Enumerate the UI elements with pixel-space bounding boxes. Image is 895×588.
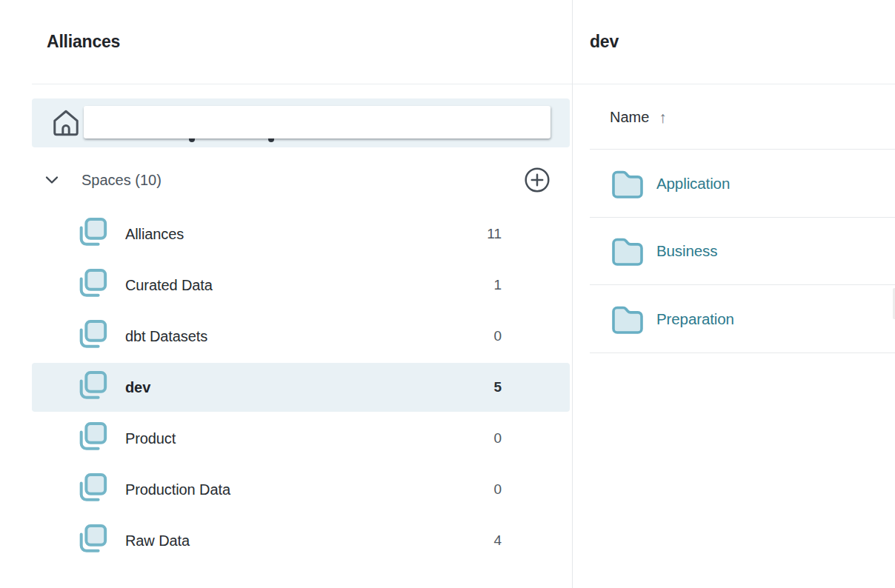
folder-icon bbox=[610, 304, 645, 334]
space-item-raw-data[interactable]: Raw Data 4 bbox=[32, 516, 570, 565]
table-row-application[interactable]: Application bbox=[573, 150, 895, 218]
column-header-name[interactable]: Name ↑ bbox=[610, 109, 667, 126]
add-space-button[interactable] bbox=[524, 167, 550, 193]
space-item-label: Production Data bbox=[125, 481, 230, 498]
sidebar-title: Alliances bbox=[47, 30, 120, 53]
space-item-label: Curated Data bbox=[125, 277, 213, 294]
space-icon bbox=[76, 421, 107, 455]
space-icon bbox=[76, 472, 107, 507]
folder-link[interactable]: Preparation bbox=[656, 310, 734, 328]
redacted-text-fragment bbox=[268, 138, 274, 142]
plus-circle-icon bbox=[524, 167, 550, 193]
folder-link[interactable]: Application bbox=[656, 175, 730, 193]
chevron-down-icon bbox=[43, 171, 61, 189]
spaces-sidebar: Alliances Spaces (10) bbox=[0, 0, 572, 588]
home-item[interactable] bbox=[32, 98, 570, 147]
space-item-label: Product bbox=[125, 430, 176, 447]
space-item-alliances[interactable]: Alliances 11 bbox=[32, 210, 570, 258]
app-root: Alliances Spaces (10) bbox=[0, 0, 895, 588]
spaces-section-header[interactable]: Spaces (10) bbox=[0, 156, 572, 204]
space-icon bbox=[76, 319, 107, 353]
folder-icon bbox=[610, 236, 645, 266]
space-icon bbox=[76, 268, 107, 302]
space-item-count: 4 bbox=[493, 532, 502, 549]
table-row-business[interactable]: Business bbox=[573, 218, 895, 286]
table-row-preparation[interactable]: Preparation bbox=[573, 285, 895, 353]
space-item-dev[interactable]: dev 5 bbox=[32, 363, 570, 412]
space-item-count: 0 bbox=[493, 328, 502, 344]
space-item-label: Alliances bbox=[125, 226, 184, 243]
space-item-count: 1 bbox=[493, 277, 502, 293]
space-item-curated-data[interactable]: Curated Data 1 bbox=[32, 261, 570, 310]
space-item-count: 0 bbox=[493, 430, 502, 447]
column-header-name-label: Name bbox=[610, 109, 649, 126]
space-content-panel: dev Name ↑ Application Business bbox=[572, 0, 895, 588]
spaces-section-label: Spaces (10) bbox=[81, 172, 162, 189]
space-item-label: dev bbox=[125, 379, 150, 396]
table-header: Name ↑ bbox=[573, 84, 895, 150]
folder-icon bbox=[610, 169, 645, 198]
sort-ascending-icon: ↑ bbox=[659, 110, 667, 125]
space-icon bbox=[76, 217, 107, 251]
space-item-label: Raw Data bbox=[125, 532, 190, 549]
space-item-label: dbt Datasets bbox=[125, 328, 207, 345]
space-icon bbox=[76, 524, 107, 558]
space-item-count: 11 bbox=[487, 226, 502, 242]
space-item-count: 5 bbox=[493, 379, 502, 395]
folder-table: Application Business Preparation bbox=[573, 150, 895, 353]
page-title: dev bbox=[590, 30, 619, 53]
sidebar-header-divider bbox=[32, 84, 572, 84]
space-item-count: 0 bbox=[493, 481, 502, 498]
home-icon bbox=[50, 107, 81, 138]
redaction-overlay bbox=[84, 106, 550, 138]
space-item-product[interactable]: Product 0 bbox=[32, 414, 570, 463]
space-item-production-data[interactable]: Production Data 0 bbox=[32, 465, 570, 514]
space-icon bbox=[76, 370, 107, 404]
spaces-list: Alliances 11 Curated Data 1 dbt Datasets… bbox=[32, 207, 570, 567]
space-item-dbt-datasets[interactable]: dbt Datasets 0 bbox=[32, 312, 570, 361]
redacted-text-fragment bbox=[189, 138, 195, 142]
folder-link[interactable]: Business bbox=[656, 242, 717, 260]
